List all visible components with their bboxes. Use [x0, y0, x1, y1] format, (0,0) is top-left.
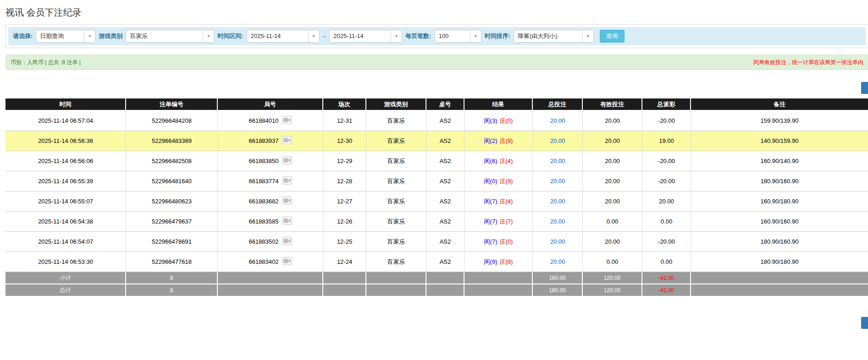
query-type-select[interactable]: 日期查询 ▼	[36, 30, 95, 43]
game-type-select[interactable]: 百家乐 ▼	[126, 30, 214, 43]
cell-round-id: 661884010	[218, 111, 323, 131]
cell-payout: -20.00	[642, 111, 691, 131]
total-bet-link[interactable]: 20.00	[550, 158, 565, 164]
video-replay-icon[interactable]	[282, 217, 292, 226]
cell-session: 12-25	[323, 232, 366, 252]
cell-game-type: 百家乐	[366, 131, 426, 151]
chevron-down-icon: ▼	[84, 30, 95, 42]
cell-result: 闲(7)庄(7)	[464, 212, 533, 232]
cell-bet-id: 522966481640	[126, 171, 218, 191]
cell-valid-bet: 20.00	[583, 151, 642, 171]
result-banker: 庄(9)	[500, 178, 513, 185]
table-header-row: 时间 注单编号 局号 场次 游戏类别 桌号 结果 总投注 有效投注 总派彩 备注	[6, 98, 868, 111]
round-id-text: 661883774	[249, 178, 278, 185]
cell-bet-id: 522966480623	[126, 191, 218, 212]
total-bet-link[interactable]: 20.00	[550, 117, 565, 124]
video-replay-icon[interactable]	[282, 116, 292, 125]
cell-session: 12-29	[323, 151, 366, 171]
total-bet-link[interactable]: 20.00	[550, 258, 565, 265]
cell-note: 180.90/160.90	[691, 171, 868, 191]
cell-valid-bet: 20.00	[583, 111, 642, 131]
video-replay-icon[interactable]	[282, 237, 292, 246]
page-size-select[interactable]: 100 ▼	[435, 30, 481, 43]
page-size-value: 100	[435, 30, 470, 42]
table-row: 2025-11-14 06:54:07 522966478691 6618835…	[6, 232, 868, 252]
cell-bet-id: 522966484208	[126, 111, 218, 131]
pagination-button-partial[interactable]	[861, 317, 868, 329]
total-total-bet: 160.00	[533, 284, 583, 297]
sort-order-select[interactable]: 降冪(由大到小) ▼	[514, 30, 594, 43]
result-banker: 庄(4)	[500, 198, 513, 205]
cell-valid-bet: 0.00	[583, 212, 642, 232]
chevron-down-icon: ▼	[470, 30, 481, 42]
cell-game-type: 百家乐	[366, 151, 426, 171]
video-replay-icon[interactable]	[282, 196, 292, 206]
cell-bet-id: 522966479637	[126, 212, 218, 232]
cell-game-type: 百家乐	[366, 212, 426, 232]
cell-round-id: 661883585	[218, 212, 323, 232]
cell-time: 2025-11-14 06:54:38	[6, 212, 126, 232]
cell-bet-id: 522966478691	[126, 232, 218, 252]
cell-game-type: 百家乐	[366, 171, 426, 191]
sort-order-label: 时间排序:	[485, 32, 510, 40]
cell-payout: 0.00	[642, 252, 691, 272]
video-replay-icon[interactable]	[282, 257, 292, 267]
header-bet-id: 注单编号	[126, 98, 218, 111]
cell-round-id: 661883774	[218, 171, 323, 191]
date-from-select[interactable]: 2025-11-14 ▼	[247, 30, 320, 43]
chevron-down-icon: ▼	[203, 30, 214, 42]
cell-valid-bet: 0.00	[583, 252, 642, 272]
video-replay-icon[interactable]	[282, 156, 292, 166]
total-bet-link[interactable]: 20.00	[550, 218, 565, 225]
cell-round-id: 661883850	[218, 151, 323, 171]
notice-text: 同局有效投注，统一计算在该局第一张注单内	[753, 59, 863, 66]
header-session: 场次	[323, 98, 366, 111]
round-id-text: 661883850	[249, 158, 278, 164]
result-player: 闲(3)	[484, 117, 498, 124]
subtotal-total-bet: 160.00	[533, 272, 583, 284]
search-button[interactable]: 查询	[600, 30, 625, 43]
total-bet-link[interactable]: 20.00	[550, 198, 565, 205]
video-replay-icon[interactable]	[282, 176, 292, 186]
cell-result: 闲(6)庄(4)	[464, 151, 533, 171]
total-row: 总计 8 160.00 120.00 -41.00	[6, 284, 868, 297]
cell-result: 闲(9)庄(9)	[464, 252, 533, 272]
video-replay-icon[interactable]	[282, 136, 292, 146]
pagination-button-partial[interactable]	[861, 82, 868, 94]
cell-table-no: AS2	[426, 151, 464, 171]
cell-session: 12-31	[323, 111, 366, 131]
cell-payout: -20.00	[642, 232, 691, 252]
cell-result: 闲(7)庄(4)	[464, 191, 533, 212]
header-payout: 总派彩	[642, 98, 691, 111]
total-payout: -41.00	[642, 284, 691, 297]
result-player: 闲(2)	[484, 137, 498, 144]
table-row: 2025-11-14 06:55:07 522966480623 6618836…	[6, 191, 868, 212]
cell-table-no: AS2	[426, 131, 464, 151]
cell-session: 12-26	[323, 212, 366, 232]
cell-total-bet: 20.00	[533, 232, 583, 252]
time-range-label: 时间区间:	[217, 32, 243, 40]
cell-bet-id: 522966483369	[126, 131, 218, 151]
cell-table-no: AS2	[426, 171, 464, 191]
result-player: 闲(7)	[484, 238, 498, 245]
total-valid-bet: 120.00	[583, 284, 642, 297]
cell-table-no: AS2	[426, 252, 464, 272]
cell-round-id: 661883682	[218, 191, 323, 212]
chevron-down-icon: ▼	[582, 30, 593, 42]
cell-session: 12-28	[323, 171, 366, 191]
table-row: 2025-11-14 06:56:06 522966482508 6618838…	[6, 151, 868, 171]
total-bet-link[interactable]: 20.00	[550, 137, 565, 144]
header-game-type: 游戏类别	[366, 98, 426, 111]
chevron-down-icon: ▼	[391, 30, 402, 42]
cell-valid-bet: 20.00	[583, 131, 642, 151]
total-bet-link[interactable]: 20.00	[550, 238, 565, 245]
subtotal-count: 8	[126, 272, 218, 284]
round-id-text: 661883402	[249, 258, 278, 265]
bet-records-table: 时间 注单编号 局号 场次 游戏类别 桌号 结果 总投注 有效投注 总派彩 备注…	[6, 98, 868, 297]
total-bet-link[interactable]: 20.00	[550, 178, 565, 185]
date-to-select[interactable]: 2025-11-14 ▼	[329, 30, 402, 43]
cell-result: 闲(0)庄(9)	[464, 171, 533, 191]
page-size-label: 每页笔数:	[405, 32, 431, 40]
cell-payout: 19.00	[642, 131, 691, 151]
cell-note: 160.90/160.90	[691, 212, 868, 232]
